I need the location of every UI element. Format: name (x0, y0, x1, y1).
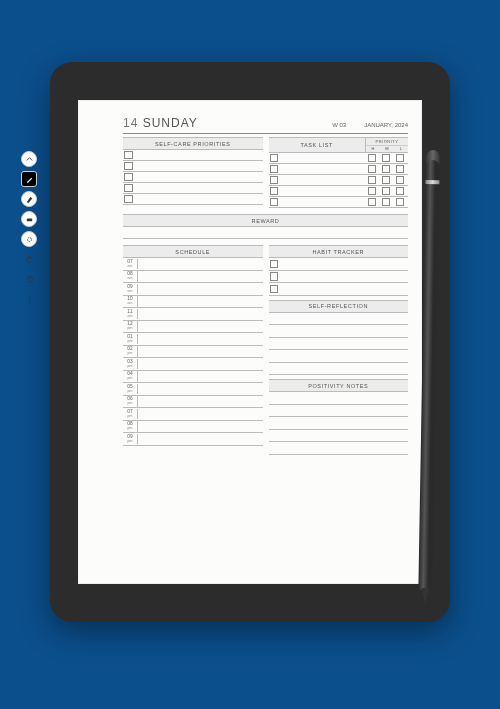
task-list-label: TASK LIST (269, 138, 366, 152)
checkbox-icon[interactable] (124, 195, 133, 204)
positivity-header: POSITIVITY NOTES (269, 379, 409, 392)
schedule-row[interactable]: 03pm (123, 358, 263, 371)
reflection-line[interactable] (269, 325, 409, 338)
svg-point-4 (28, 301, 29, 302)
positivity-line[interactable] (269, 417, 409, 430)
checkbox-icon[interactable] (270, 285, 279, 294)
habit-row[interactable] (269, 271, 409, 284)
checkbox-icon[interactable] (270, 165, 279, 174)
priority-m-box[interactable] (382, 187, 390, 195)
checkbox-icon[interactable] (270, 176, 279, 185)
svg-point-3 (28, 298, 29, 299)
schedule-row[interactable]: 09pm (123, 433, 263, 446)
schedule-row[interactable]: 11am (123, 308, 263, 321)
schedule-row[interactable]: 08am (123, 271, 263, 284)
habit-row[interactable] (269, 283, 409, 296)
schedule-section: SCHEDULE 07am08am09am10am11am12pm01pm02p… (123, 245, 263, 455)
schedule-row[interactable]: 08pm (123, 421, 263, 434)
reflection-line[interactable] (269, 350, 409, 363)
checkbox-icon[interactable] (270, 154, 279, 163)
schedule-row[interactable]: 02pm (123, 346, 263, 359)
positivity-line[interactable] (269, 442, 409, 455)
positivity-line[interactable] (269, 392, 409, 405)
checkbox-icon[interactable] (124, 173, 133, 182)
priority-boxes (364, 198, 408, 206)
svg-point-1 (27, 237, 31, 241)
priority-boxes (364, 154, 408, 162)
habit-row[interactable] (269, 258, 409, 271)
self-reflection-header: SELF-REFLECTION (269, 300, 409, 313)
time-label: 08pm (123, 421, 138, 431)
schedule-row[interactable]: 01pm (123, 333, 263, 346)
more-button[interactable] (21, 291, 37, 307)
priority-h-box[interactable] (368, 154, 376, 162)
eraser-tool[interactable] (21, 211, 37, 227)
redo-button[interactable] (21, 271, 37, 287)
priority-hml: H M L (366, 146, 408, 153)
pen-tool[interactable] (21, 171, 37, 187)
day-name: SUNDAY (143, 116, 198, 130)
positivity-line[interactable] (269, 430, 409, 443)
self-care-row[interactable] (123, 183, 263, 194)
self-care-row[interactable] (123, 150, 263, 161)
reward-line[interactable] (123, 227, 408, 239)
top-columns: SELF-CARE PRIORITIES TASK LIST PRIORITY … (123, 137, 408, 208)
priority-m-box[interactable] (382, 176, 390, 184)
schedule-row[interactable]: 04pm (123, 371, 263, 384)
task-row[interactable] (269, 186, 409, 197)
month-label: JANUARY, 2024 (364, 122, 408, 128)
checkbox-icon[interactable] (124, 162, 133, 171)
time-label: 09pm (123, 434, 138, 444)
priority-boxes (364, 165, 408, 173)
schedule-row[interactable]: 09am (123, 283, 263, 296)
select-tool[interactable] (21, 231, 37, 247)
priority-l-box[interactable] (396, 176, 404, 184)
priority-l-box[interactable] (396, 154, 404, 162)
undo-button[interactable] (21, 251, 37, 267)
reflection-line[interactable] (269, 338, 409, 351)
schedule-row[interactable]: 10am (123, 296, 263, 309)
tablet-frame: 14 SUNDAY W 03 JANUARY, 2024 SELF-CARE P… (50, 62, 450, 622)
priority-h-box[interactable] (368, 165, 376, 173)
reflection-line[interactable] (269, 363, 409, 376)
schedule-row[interactable]: 07pm (123, 408, 263, 421)
header-rule (123, 133, 408, 134)
marker-tool[interactable] (21, 191, 37, 207)
priority-l-box[interactable] (396, 165, 404, 173)
checkbox-icon[interactable] (270, 272, 279, 281)
priority-l: L (394, 146, 408, 153)
checkbox-icon[interactable] (270, 187, 279, 196)
self-care-row[interactable] (123, 161, 263, 172)
checkbox-icon[interactable] (270, 260, 279, 269)
priority-m-box[interactable] (382, 154, 390, 162)
schedule-row[interactable]: 12pm (123, 321, 263, 334)
self-care-row[interactable] (123, 172, 263, 183)
checkbox-icon[interactable] (124, 151, 133, 160)
checkbox-icon[interactable] (270, 198, 279, 207)
priority-h-box[interactable] (368, 198, 376, 206)
task-row[interactable] (269, 153, 409, 164)
reflection-line[interactable] (269, 313, 409, 326)
time-label: 11am (123, 309, 138, 319)
checkbox-icon[interactable] (124, 184, 133, 193)
task-row[interactable] (269, 175, 409, 186)
schedule-row[interactable]: 07am (123, 258, 263, 271)
priority-l-box[interactable] (396, 198, 404, 206)
task-list-section: TASK LIST PRIORITY H M L (269, 137, 409, 208)
priority-h-box[interactable] (368, 187, 376, 195)
schedule-header: SCHEDULE (123, 245, 263, 258)
priority-m-box[interactable] (382, 165, 390, 173)
priority-l-box[interactable] (396, 187, 404, 195)
schedule-row[interactable]: 06pm (123, 396, 263, 409)
tablet-screen: 14 SUNDAY W 03 JANUARY, 2024 SELF-CARE P… (78, 100, 422, 584)
priority-m-box[interactable] (382, 198, 390, 206)
schedule-row[interactable]: 05pm (123, 383, 263, 396)
date-title: 14 SUNDAY (123, 116, 198, 130)
collapse-button[interactable] (21, 151, 37, 167)
priority-h-box[interactable] (368, 176, 376, 184)
task-row[interactable] (269, 197, 409, 208)
task-row[interactable] (269, 164, 409, 175)
positivity-line[interactable] (269, 405, 409, 418)
self-care-row[interactable] (123, 194, 263, 205)
time-label: 04pm (123, 371, 138, 381)
